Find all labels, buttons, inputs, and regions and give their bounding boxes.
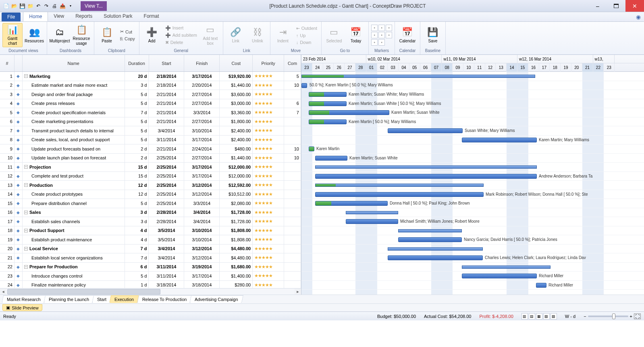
cell-name[interactable]: −Production [23,181,125,190]
cell-name[interactable]: −Prepare for Production [23,263,125,272]
marker-icon[interactable]: ▫ [371,25,378,31]
gantt-row[interactable] [301,263,644,272]
cell-start[interactable]: 2/28/2014 [149,217,184,226]
cell-name[interactable]: Design and order final package [23,90,125,99]
cell-start[interactable]: 3/5/2014 [149,235,184,244]
cell-priority[interactable]: ★★★★★ [253,208,284,217]
task-bar[interactable]: Karen Martin; Susan White; Mary Williams [309,92,347,97]
cell-duration[interactable]: 5 d [125,136,149,144]
gantt-row[interactable]: Richard Miller [301,281,644,290]
cell-duration[interactable]: 15 d [125,163,149,171]
task-bar[interactable] [301,83,307,88]
cell-priority[interactable]: ★★★★★ [253,281,284,288]
add-subitem-button[interactable]: ➕ Add subitem [164,32,199,39]
cell-cost[interactable]: $280.00 [220,281,253,288]
cell-finish[interactable]: 3/12/2014 [184,253,220,262]
cell-start[interactable]: 2/28/2014 [149,208,184,217]
marker-icon[interactable]: ▫ [371,32,378,38]
cell-complete[interactable]: 10 [284,81,301,90]
task-bar[interactable]: Karen Martin; Susan White [315,156,347,161]
cell-cost[interactable]: $3,600.00 [220,90,253,99]
task-bar[interactable]: Richard Miller [462,274,537,278]
cell-complete[interactable]: 5 [284,72,301,81]
cell-priority[interactable]: ★★★★★ [253,72,284,81]
gantt-row[interactable]: Donna Hall [ 50.0 %]; Paul King; John Br… [301,199,644,208]
cell-name[interactable]: Establish product maintenance [23,235,125,244]
cell-duration[interactable]: 5 d [125,117,149,126]
cell-finish[interactable]: 3/3/2014 [184,199,220,208]
cell-finish[interactable]: 2/27/2014 [184,99,220,108]
gantt-row[interactable]: Richard Miller [301,272,644,281]
export-icon[interactable]: 📤 [59,2,66,10]
cell-priority[interactable]: ★★★★★ [253,190,284,199]
col-header-num[interactable]: # [0,55,15,71]
cell-start[interactable]: 2/21/2014 [149,90,184,99]
summary-bar[interactable] [301,75,535,78]
cell-name[interactable]: Create marketing presentations [23,117,125,126]
col-header-duration[interactable]: Duration [125,55,149,71]
summary-bar[interactable] [388,247,483,251]
cell-priority[interactable]: ★★★★★ [253,99,284,108]
table-row[interactable]: 23◆Introduce changes control5 d3/11/2014… [0,272,301,281]
cell-duration[interactable]: 5 d [125,126,149,135]
cell-name[interactable]: Create product prototypes [23,190,125,199]
paste-button[interactable]: 📋Paste [97,26,117,44]
cell-name[interactable]: Transmit product launch details to inter… [23,126,125,135]
scroll-right-icon[interactable]: ► [295,288,301,295]
cell-cost[interactable]: $12,000.00 [220,172,253,181]
table-row[interactable]: 24◆Finalize maintenance policy1 d3/18/20… [0,281,301,288]
table-row[interactable]: 6◆Create marketing presentations5 d2/21/… [0,117,301,127]
zoom-thumb[interactable] [612,314,615,319]
cell-cost[interactable]: $1,400.00 [220,272,253,280]
cell-start[interactable]: 3/5/2014 [149,226,184,235]
cell-complete[interactable] [284,181,301,190]
cell-duration[interactable]: 12 d [125,190,149,199]
cell-start[interactable]: 3/4/2014 [149,245,184,253]
table-row[interactable]: 22◆−Prepare for Production6 d3/11/20143/… [0,263,301,272]
cell-complete[interactable] [284,263,301,272]
sheet-tab[interactable]: Advertising Campaign [189,295,243,303]
cell-finish[interactable]: 3/17/2014 [184,136,220,144]
zoom-fit-icon[interactable]: ⛶ [634,314,641,319]
gantt-row[interactable] [301,208,644,217]
cell-complete[interactable] [284,199,301,208]
sheet-tab[interactable]: Release To Production [137,295,192,303]
today-button[interactable]: 📅Today [346,26,366,44]
cell-name[interactable]: −Sales [23,208,125,217]
cell-duration[interactable]: 5 d [125,199,149,208]
cell-cost[interactable]: $19,920.00 [220,72,253,81]
cell-name[interactable]: Create press releases [23,99,125,108]
cell-priority[interactable]: ★★★★★ [253,263,284,272]
collapse-icon[interactable]: − [24,229,28,232]
task-bar[interactable]: Charles Lewis; Helen Clark; Laura Rodrig… [388,255,483,260]
cell-cost[interactable]: $1,440.00 [220,154,253,163]
cell-cost[interactable]: $2,080.00 [220,199,253,208]
cell-priority[interactable]: ★★★★★ [253,235,284,244]
copy-button[interactable]: ⎘ Copy [118,36,137,42]
cell-name[interactable]: Complete and test product [23,172,125,181]
folder-icon[interactable]: 📁 [27,2,34,10]
table-row[interactable]: 13◆−Production12 d2/25/20143/12/2014$12,… [0,181,301,190]
cell-start[interactable]: 3/4/2014 [149,126,184,135]
cell-cost[interactable]: $480.00 [220,144,253,153]
zoom-out-button[interactable]: − [584,314,586,319]
task-bar[interactable]: Karen Martin [ 50.0 %]; Mary Williams [309,119,347,124]
slide-preview-button[interactable]: ▣ Slide Preview [2,304,42,311]
resources-button[interactable]: 👥Resources [24,26,44,44]
summary-bar[interactable] [346,211,398,214]
table-row[interactable]: 15◆Prepare distribution channel5 d2/25/2… [0,199,301,208]
marker-icon[interactable]: ▫ [386,25,392,31]
tab-view[interactable]: View [48,12,70,21]
selected-button[interactable]: ▭Selected [324,26,344,44]
cell-finish[interactable]: 3/17/2014 [184,272,220,280]
zoom-in-button[interactable]: + [630,314,632,319]
cell-finish[interactable]: 3/3/2014 [184,108,220,117]
cell-finish[interactable]: 3/10/2014 [184,226,220,235]
tab-format[interactable]: Format [138,12,165,21]
cell-name[interactable]: −Product Support [23,226,125,235]
qat-dropdown-icon[interactable]: ▾ [67,2,74,10]
table-row[interactable]: 4◆Create press releases5 d2/21/20142/27/… [0,99,301,109]
cell-priority[interactable]: ★★★★★ [253,144,284,153]
cell-duration[interactable]: 5 d [125,99,149,108]
cell-cost[interactable]: $1,800.00 [220,117,253,126]
